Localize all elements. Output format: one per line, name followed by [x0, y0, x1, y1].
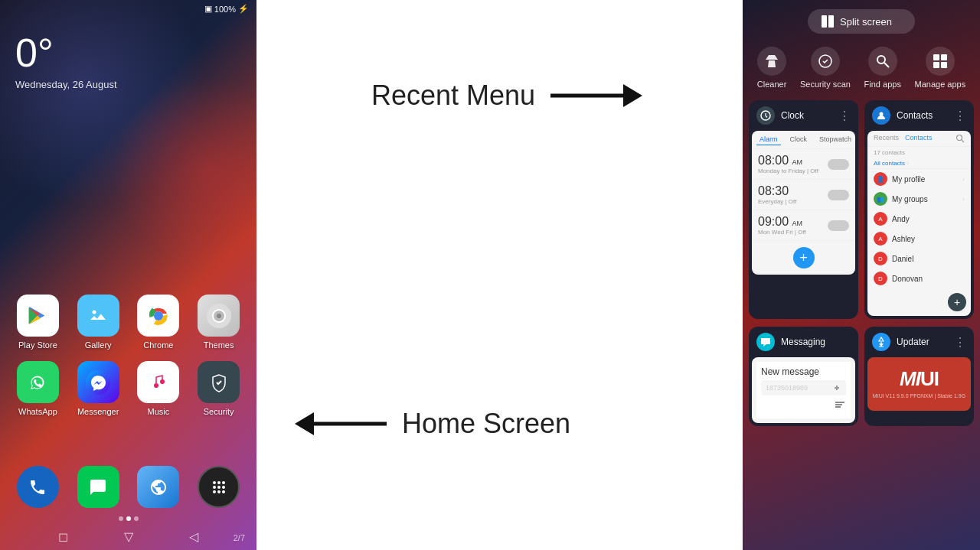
clock-card[interactable]: Clock ⋮ Alarm Clock Stopwatch 08:00 AM M…	[749, 100, 858, 319]
app-grid: Play Store Gallery Chrome Themes	[0, 295, 256, 428]
messaging-recipient: 18735018989	[761, 380, 846, 395]
nav-back[interactable]: ◻	[58, 529, 68, 544]
clock-fab[interactable]: +	[793, 247, 815, 268]
dot-2	[126, 516, 131, 521]
app-playstore[interactable]: Play Store	[11, 295, 64, 350]
toolbar-security-scan[interactable]: Security scan	[800, 47, 851, 89]
contact-name-ashley: Ashley	[892, 235, 965, 243]
app-security[interactable]: Security	[192, 361, 246, 416]
dock-phone[interactable]	[17, 466, 59, 508]
alarm-3: 09:00 AM Mon Wed Fri | Off	[752, 210, 855, 241]
toolbar-cleaner[interactable]: Cleaner	[757, 47, 787, 89]
toolbar-manage-apps[interactable]: Manage apps	[915, 47, 966, 89]
alarm-2-sub: Everyday | Off	[758, 198, 796, 205]
contact-ashley[interactable]: A Ashley	[867, 229, 971, 249]
alarm-3-toggle[interactable]	[828, 220, 849, 231]
contact-name-myprofile: My profile	[892, 175, 958, 184]
alarm-1-toggle[interactable]	[828, 159, 849, 170]
updater-version: MIUI V11 9.9.0 PFGNXM | Stable 1.9G	[870, 391, 969, 401]
find-apps-icon	[868, 47, 897, 76]
tab-alarm[interactable]: Alarm	[756, 134, 781, 145]
svg-point-4	[155, 313, 162, 319]
dock-messages[interactable]	[77, 466, 119, 508]
split-screen-button[interactable]: Split screen	[808, 9, 915, 34]
contact-my-profile[interactable]: 👤 My profile ›	[867, 169, 971, 189]
app-chrome[interactable]: Chrome	[132, 295, 185, 350]
contact-avatar-mygroups: 👥	[874, 192, 887, 206]
alarm-1: 08:00 AM Monday to Friday | Off	[752, 149, 855, 180]
contact-my-groups[interactable]: 👥 My groups ›	[867, 189, 971, 209]
contact-avatar-ashley: A	[874, 232, 887, 246]
chrome-label: Chrome	[143, 340, 173, 350]
dock-browser[interactable]	[137, 466, 179, 508]
miui-logo: MIUI	[900, 367, 939, 391]
recent-menu-panel: Split screen Cleaner Security scan Find …	[743, 0, 980, 550]
updater-card[interactable]: Updater ⋮ MIUI MIUI V11 9.9.0 PFGNXM | S…	[864, 327, 974, 426]
svg-point-19	[222, 486, 225, 489]
arrow-left-icon	[295, 405, 387, 443]
app-gallery[interactable]: Gallery	[71, 295, 125, 350]
tab-stopwatch[interactable]: Stopwatch	[816, 134, 854, 145]
updater-card-title: Updater	[897, 337, 948, 347]
date-display: Wednesday, 26 August	[15, 79, 241, 90]
messaging-card-title: Messaging	[781, 337, 851, 347]
messaging-content-inner: New message 18735018989	[756, 362, 851, 418]
dock-app-drawer[interactable]	[198, 466, 240, 508]
updater-card-menu[interactable]: ⋮	[954, 335, 966, 350]
svg-point-21	[217, 490, 220, 493]
tab-clock[interactable]: Clock	[787, 134, 811, 145]
contacts-card-header: Contacts ⋮	[864, 100, 974, 131]
phone-home-screen: ▣ 100% ⚡ 0° Wednesday, 26 August Play St…	[0, 0, 256, 550]
contacts-card-title: Contacts	[897, 110, 948, 121]
recipient-number: 18735018989	[766, 384, 808, 392]
alarm-2-toggle[interactable]	[828, 190, 849, 200]
app-messenger[interactable]: Messenger	[71, 361, 125, 416]
svg-point-17	[213, 486, 216, 489]
toolbar-find-apps[interactable]: Find apps	[864, 47, 901, 89]
clock-card-content: Alarm Clock Stopwatch 08:00 AM Monday to…	[752, 131, 855, 275]
app-themes[interactable]: Themes	[192, 295, 246, 350]
nav-home[interactable]: ▽	[124, 529, 133, 544]
status-bar: ▣ 100% ⚡	[0, 0, 256, 18]
cards-row-1: Clock ⋮ Alarm Clock Stopwatch 08:00 AM M…	[749, 100, 974, 319]
whatsapp-icon	[17, 361, 59, 403]
contact-avatar-andy: A	[874, 212, 887, 226]
messaging-menu-icon[interactable]	[834, 399, 846, 411]
contacts-card-menu[interactable]: ⋮	[954, 109, 966, 123]
tab-recents[interactable]: Recents	[874, 134, 899, 143]
recent-menu-label: Recent Menu	[371, 80, 535, 112]
app-row-2: WhatsApp Messenger Music Security	[8, 361, 249, 416]
contacts-card-content: Recents Contacts 17 contacts All contact…	[867, 131, 971, 316]
svg-point-37	[880, 112, 884, 116]
svg-line-31	[884, 63, 889, 67]
contact-andy[interactable]: A Andy	[867, 209, 971, 229]
all-contacts: All contacts ›	[867, 158, 971, 169]
svg-point-20	[213, 490, 216, 493]
svg-point-7	[217, 314, 221, 318]
clock-card-menu[interactable]: ⋮	[838, 109, 851, 123]
messaging-card[interactable]: Messaging New message 18735018989	[749, 327, 858, 426]
contacts-fab[interactable]: +	[948, 293, 966, 311]
messenger-label: Messenger	[77, 407, 119, 416]
contacts-search-icon[interactable]	[956, 134, 965, 143]
status-icons: ▣ 100% ⚡	[204, 4, 249, 14]
nav-recent[interactable]: ◁	[189, 529, 198, 544]
app-whatsapp[interactable]: WhatsApp	[11, 361, 64, 416]
contact-daniel[interactable]: D Daniel	[867, 249, 971, 268]
contact-donovan[interactable]: D Donovan	[867, 268, 971, 288]
svg-rect-32	[933, 54, 939, 60]
find-apps-label: Find apps	[864, 80, 901, 89]
playstore-label: Play Store	[18, 340, 57, 350]
messaging-card-icon	[756, 333, 775, 351]
dot-3	[134, 516, 139, 521]
themes-icon	[198, 295, 240, 337]
app-music[interactable]: Music	[132, 361, 185, 416]
contacts-card[interactable]: Contacts ⋮ Recents Contacts 17 contacts …	[864, 100, 974, 319]
svg-rect-0	[87, 304, 109, 327]
svg-marker-26	[295, 412, 314, 435]
tab-contacts[interactable]: Contacts	[905, 134, 933, 143]
svg-point-18	[217, 486, 220, 489]
security-scan-icon	[811, 47, 840, 76]
add-contact-icon	[832, 383, 841, 392]
nav-bar: ◻ ▽ ◁	[0, 529, 256, 544]
